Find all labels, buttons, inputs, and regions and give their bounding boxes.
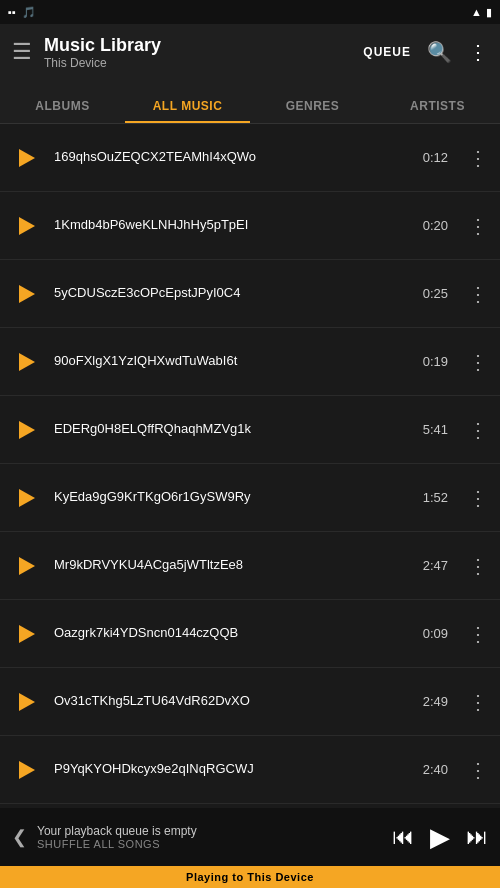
song-title: Mr9kDRVYKU4ACga5jWTltzEe8 [54,557,411,572]
song-more-options-icon[interactable]: ⋮ [468,148,488,168]
song-more-options-icon[interactable]: ⋮ [468,352,488,372]
play-pause-icon[interactable]: ▶ [430,822,450,853]
song-duration: 0:25 [423,286,448,301]
page-subtitle: This Device [44,56,351,70]
song-info: 1Kmdb4bP6weKLNHJhHy5pTpEI [54,217,411,234]
play-triangle-icon [19,421,35,439]
song-row: KyEda9gG9KrTKgO6r1GySW9Ry 1:52 ⋮ [0,464,500,532]
battery-icon: ▮ [486,6,492,19]
song-title: Oazgrk7ki4YDSncn0144czQQB [54,625,411,640]
status-bar: ▪▪ 🎵 ▲ ▮ [0,0,500,24]
song-row: Mr9kDRVYKU4ACga5jWTltzEe8 2:47 ⋮ [0,532,500,600]
song-list: 169qhsOuZEQCX2TEAMhI4xQWo 0:12 ⋮ 1Kmdb4b… [0,124,500,808]
playing-status-text: Playing to This Device [186,871,314,883]
song-title: 5yCDUSczE3cOPcEpstJPyI0C4 [54,285,411,300]
song-more-options-icon[interactable]: ⋮ [468,284,488,304]
tab-allmusic[interactable]: ALL MUSIC [125,99,250,123]
shuffle-all-button[interactable]: SHUFFLE ALL SONGS [37,838,382,850]
page-title: Music Library [44,35,351,56]
skip-forward-icon[interactable]: ⏭ [466,824,488,850]
status-bar-right: ▲ ▮ [471,6,492,19]
song-row: Oazgrk7ki4YDSncn0144czQQB 0:09 ⋮ [0,600,500,668]
song-duration: 2:47 [423,558,448,573]
play-button-7[interactable] [12,619,42,649]
player-controls: ⏮ ▶ ⏭ [392,822,488,853]
song-info: 90oFXlgX1YzIQHXwdTuWabI6t [54,353,411,370]
song-row: 90oFXlgX1YzIQHXwdTuWabI6t 0:19 ⋮ [0,328,500,396]
song-title: 169qhsOuZEQCX2TEAMhI4xQWo [54,149,411,164]
song-duration: 0:20 [423,218,448,233]
song-duration: 0:09 [423,626,448,641]
song-duration: 2:40 [423,762,448,777]
play-triangle-icon [19,693,35,711]
play-button-0[interactable] [12,143,42,173]
song-info: Ov31cTKhg5LzTU64VdR62DvXO [54,693,411,710]
song-row: 5yCDUSczE3cOPcEpstJPyI0C4 0:25 ⋮ [0,260,500,328]
song-title: 90oFXlgX1YzIQHXwdTuWabI6t [54,353,411,368]
tab-albums[interactable]: ALBUMS [0,99,125,123]
top-bar-actions: QUEUE 🔍 ⋮ [363,40,488,64]
play-button-8[interactable] [12,687,42,717]
song-more-options-icon[interactable]: ⋮ [468,556,488,576]
song-info: Oazgrk7ki4YDSncn0144czQQB [54,625,411,642]
search-icon[interactable]: 🔍 [427,40,452,64]
play-triangle-icon [19,149,35,167]
song-more-options-icon[interactable]: ⋮ [468,420,488,440]
play-triangle-icon [19,761,35,779]
play-button-3[interactable] [12,347,42,377]
hamburger-menu-icon[interactable]: ☰ [12,39,32,65]
skip-back-icon[interactable]: ⏮ [392,824,414,850]
song-duration: 0:19 [423,354,448,369]
play-triangle-icon [19,353,35,371]
song-duration: 2:49 [423,694,448,709]
song-info: 169qhsOuZEQCX2TEAMhI4xQWo [54,149,411,166]
song-row: P9YqKYOHDkcyx9e2qINqRGCWJ 2:40 ⋮ [0,736,500,804]
song-duration: 5:41 [423,422,448,437]
song-more-options-icon[interactable]: ⋮ [468,760,488,780]
song-row: Ov31cTKhg5LzTU64VdR62DvXO 2:49 ⋮ [0,668,500,736]
song-title: EDERg0H8ELQffRQhaqhMZVg1k [54,421,411,436]
signal-icon: ▪▪ [8,6,16,18]
song-row: EDERg0H8ELQffRQhaqhMZVg1k 5:41 ⋮ [0,396,500,464]
tab-genres[interactable]: GENRES [250,99,375,123]
play-button-2[interactable] [12,279,42,309]
play-button-6[interactable] [12,551,42,581]
song-info: Mr9kDRVYKU4ACga5jWTltzEe8 [54,557,411,574]
song-title: KyEda9gG9KrTKgO6r1GySW9Ry [54,489,411,504]
song-title: P9YqKYOHDkcyx9e2qINqRGCWJ [54,761,411,776]
queue-status-text: Your playback queue is empty [37,824,382,838]
player-top: ❮ Your playback queue is empty SHUFFLE A… [0,808,500,866]
play-triangle-icon [19,625,35,643]
title-area: Music Library This Device [44,35,351,70]
tabs-bar: ALBUMS ALL MUSIC GENRES ARTISTS [0,80,500,124]
play-triangle-icon [19,285,35,303]
play-triangle-icon [19,217,35,235]
song-duration: 0:12 [423,150,448,165]
song-title: Ov31cTKhg5LzTU64VdR62DvXO [54,693,411,708]
queue-button[interactable]: QUEUE [363,45,411,59]
top-bar: ☰ Music Library This Device QUEUE 🔍 ⋮ [0,24,500,80]
song-info: KyEda9gG9KrTKgO6r1GySW9Ry [54,489,411,506]
bottom-player: ❮ Your playback queue is empty SHUFFLE A… [0,808,500,888]
more-options-icon[interactable]: ⋮ [468,40,488,64]
song-more-options-icon[interactable]: ⋮ [468,488,488,508]
player-info: Your playback queue is empty SHUFFLE ALL… [37,824,382,850]
play-button-4[interactable] [12,415,42,445]
play-button-1[interactable] [12,211,42,241]
play-button-9[interactable] [12,755,42,785]
song-row: 1Kmdb4bP6weKLNHJhHy5pTpEI 0:20 ⋮ [0,192,500,260]
song-info: P9YqKYOHDkcyx9e2qINqRGCWJ [54,761,411,778]
status-bar-left: ▪▪ 🎵 [8,6,36,19]
song-info: EDERg0H8ELQffRQhaqhMZVg1k [54,421,411,438]
play-button-5[interactable] [12,483,42,513]
song-title: 1Kmdb4bP6weKLNHJhHy5pTpEI [54,217,411,232]
play-triangle-icon [19,557,35,575]
play-triangle-icon [19,489,35,507]
song-more-options-icon[interactable]: ⋮ [468,624,488,644]
song-more-options-icon[interactable]: ⋮ [468,692,488,712]
tab-artists[interactable]: ARTISTS [375,99,500,123]
song-info: 5yCDUSczE3cOPcEpstJPyI0C4 [54,285,411,302]
song-more-options-icon[interactable]: ⋮ [468,216,488,236]
wifi-icon: ▲ [471,6,482,18]
player-expand-icon[interactable]: ❮ [12,826,27,848]
